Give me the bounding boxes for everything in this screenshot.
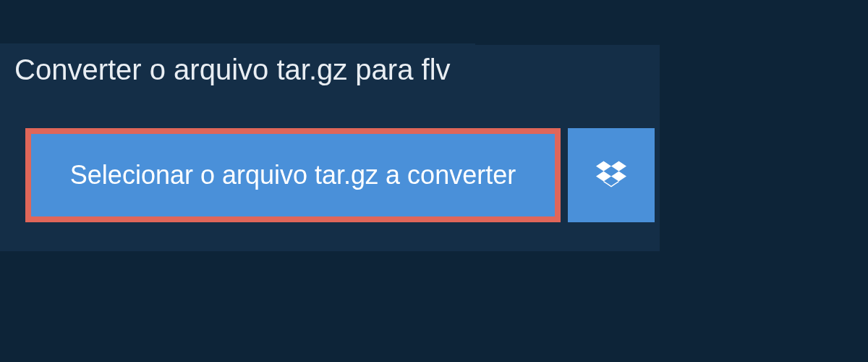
dropbox-icon xyxy=(596,159,626,192)
button-row: Selecionar o arquivo tar.gz a converter xyxy=(25,128,660,222)
dropbox-button[interactable] xyxy=(568,128,655,222)
page-title: Converter o arquivo tar.gz para flv xyxy=(14,54,451,86)
title-container: Converter o arquivo tar.gz para flv xyxy=(0,43,475,99)
select-file-button-label: Selecionar o arquivo tar.gz a converter xyxy=(70,160,516,190)
converter-panel: Converter o arquivo tar.gz para flv Sele… xyxy=(0,45,660,251)
select-file-button[interactable]: Selecionar o arquivo tar.gz a converter xyxy=(25,128,561,222)
